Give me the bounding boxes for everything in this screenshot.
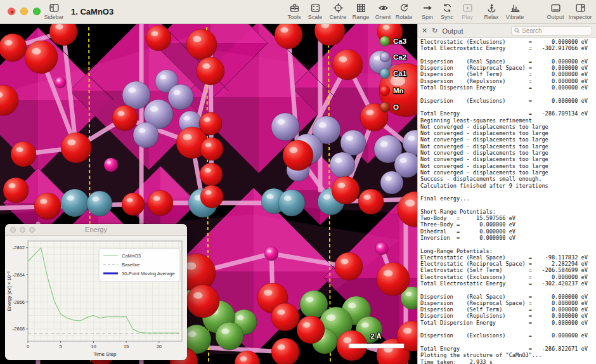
chart-xlabel: Time Step [93, 351, 117, 357]
search-input[interactable] [522, 27, 589, 34]
output-panel-header: ✕ ↻ Output [418, 24, 596, 38]
output-log[interactable]: Electrostatic (Exclusions) = 0.000000 eV… [418, 38, 596, 364]
atom-legend-label: Ca1 [393, 70, 407, 77]
sidebar-icon [36, 3, 72, 13]
minimize-window-button[interactable] [20, 8, 28, 15]
atom-legend-item: Ca1 [380, 68, 407, 79]
output-log-text: Electrostatic (Exclusions) = 0.000000 eV… [420, 39, 593, 364]
atom-legend-item: Ca3 [380, 36, 406, 46]
scale-bar-label: 2 Å [370, 332, 381, 340]
atom-legend-label: Mn [393, 87, 404, 94]
chart-legend-label: Baseline [122, 262, 140, 268]
scale-bar [349, 344, 404, 348]
vibrate-label: Vibrate [497, 14, 533, 20]
inspector-label: Inspector [562, 14, 596, 20]
svg-text:5: 5 [60, 344, 62, 349]
close-output-icon[interactable]: ✕ [422, 27, 427, 34]
energy-window-titlebar[interactable]: Energy [5, 224, 187, 236]
window-title: 1. CaMnO3 [71, 7, 113, 16]
reload-output-icon[interactable]: ↻ [432, 27, 437, 34]
spectrum-icon [497, 3, 533, 13]
chart-ylabel: Energy [eV] × 10⁻¹ [6, 271, 12, 311]
chart-legend: CaMnO3Baseline30-Point Moving Average [99, 249, 180, 282]
output-panel-title: Output [442, 27, 463, 35]
svg-text:0: 0 [27, 344, 29, 349]
atom-legend-label: O [393, 103, 399, 111]
atom-legend-item: Ca2 [380, 52, 406, 62]
svg-text:10: 10 [91, 344, 96, 349]
search-field[interactable] [511, 26, 592, 36]
svg-text:-2868: -2868 [13, 326, 25, 332]
inspector-button[interactable]: Inspector [562, 3, 596, 20]
inspector-panel-icon [562, 3, 596, 13]
sidebar-toggle-button[interactable]: Sidebar [36, 3, 72, 20]
svg-text:-2864: -2864 [13, 272, 25, 278]
svg-text:-2862: -2862 [13, 245, 25, 250]
svg-text:-2866: -2866 [13, 299, 25, 305]
vibrate-button[interactable]: Vibrate [497, 3, 533, 20]
atom-legend-label: Ca3 [393, 37, 406, 45]
chart-legend-label: 30-Point Moving Average [122, 271, 175, 276]
output-panel: ✕ ↻ Output Electrostatic (Exclusions) = … [417, 24, 596, 364]
energy-plot-window[interactable]: Energy 05101520-2862-2864-2866-2868Time … [5, 224, 187, 360]
energy-window-title: Energy [5, 226, 187, 233]
application-window: Sidebar 1. CaMnO3 Tools Scale Centre Ran… [0, 0, 596, 364]
svg-text:15: 15 [124, 344, 129, 349]
close-window-button[interactable] [8, 8, 15, 15]
chart-legend-label: CaMnO3 [122, 253, 141, 259]
search-icon [514, 28, 520, 34]
svg-text:20: 20 [157, 344, 162, 349]
main-toolbar: Sidebar 1. CaMnO3 Tools Scale Centre Ran… [0, 0, 596, 24]
energy-chart: 05101520-2862-2864-2866-2868Time StepEne… [5, 236, 187, 360]
sidebar-label: Sidebar [36, 14, 72, 20]
atom-legend-label: Ca2 [393, 53, 406, 61]
